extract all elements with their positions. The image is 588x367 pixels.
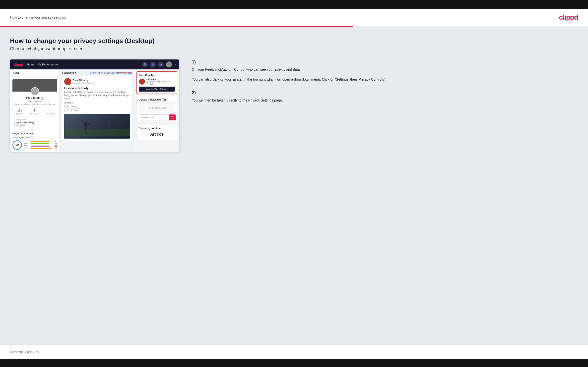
feed-tab[interactable]: Feed xyxy=(13,72,19,74)
profile-handicap: Plus Handicap xyxy=(12,100,57,103)
ott-bar-row: OTT 90 xyxy=(24,141,57,142)
putt-bar-row: PUTT 96 xyxy=(24,147,57,149)
avatar-chevron: ▾ xyxy=(175,63,176,66)
app-body: Feed Blair McHarg Plus Handicap Royal No… xyxy=(10,69,179,152)
trackman-input[interactable] xyxy=(139,114,168,120)
bottom-bar xyxy=(0,359,588,367)
instruction-2-number: 2) xyxy=(192,90,576,96)
nav-home[interactable]: Home xyxy=(27,63,34,66)
trackman-title: Upload a Trackman Test xyxy=(139,98,175,101)
nav-my-performance[interactable]: My Performance xyxy=(38,63,58,66)
svg-rect-0 xyxy=(64,129,130,136)
coach-avatar xyxy=(139,79,145,85)
latest-activity-label: Latest Activity xyxy=(14,119,55,121)
following-button[interactable]: Following ▾ xyxy=(62,71,76,74)
latest-activity-name: Lesson with Fordy xyxy=(14,121,55,124)
post-author-loc: Yesterday · Sunningdale xyxy=(73,82,94,84)
person-icon[interactable]: 👤 xyxy=(150,62,156,67)
post-image xyxy=(64,114,130,139)
tpq-score: 92 xyxy=(12,140,22,150)
feed-post: Blair McHarg Yesterday · Sunningdale Les… xyxy=(62,76,132,141)
tpq-info-icon: i xyxy=(31,136,33,139)
coaches-panel: Your Coaches David Ford 📍 Royal North De… xyxy=(136,71,177,94)
app-navbar: clippd Home My Performance 🔍 👤 ⊕ ▾ xyxy=(10,59,179,69)
app-mockup: clippd Home My Performance 🔍 👤 ⊕ ▾ xyxy=(10,59,179,152)
add-link-button[interactable]: Add Link xyxy=(169,114,176,120)
player-performance-section: Player Performance Total Player Quality … xyxy=(10,130,60,152)
main-content: How to change your privacy settings (Des… xyxy=(0,27,588,344)
profile-name: Blair McHarg xyxy=(12,97,57,100)
stat-activities: 131 Activities xyxy=(16,109,24,115)
profile-avatar xyxy=(31,87,39,96)
svg-point-6 xyxy=(107,119,110,123)
svg-point-1 xyxy=(84,122,87,125)
post-duration-label: Duration xyxy=(64,102,130,104)
player-performance-title: Player Performance xyxy=(12,132,57,135)
instruction-1-number: 1) xyxy=(192,59,576,65)
tpq-label: Total Player Quality i xyxy=(12,136,57,139)
followers-count: 3 xyxy=(30,109,39,112)
clippd-logo: clippd xyxy=(559,13,578,21)
instruction-2-text: You will then be taken directly to the P… xyxy=(192,98,576,103)
svg-line-8 xyxy=(109,122,113,124)
search-icon[interactable]: 🔍 xyxy=(142,62,148,67)
stat-following: 4 Following xyxy=(45,109,54,115)
followers-label: Followers xyxy=(30,113,39,115)
trackman-panel: Upload a Trackman Test Trackman Link Add… xyxy=(136,96,177,123)
following-count: 4 xyxy=(45,109,54,112)
profile-club: Royal North Devon Golf Club, United King… xyxy=(12,103,57,105)
connect-data-title: Connect your data xyxy=(139,127,175,130)
latest-activity-section: Latest Activity Lesson with Fordy 03 Aug… xyxy=(12,119,57,126)
breadcrumb: How to change your privacy settings xyxy=(10,15,66,19)
app-feed: Following ▾ Control who can see your act… xyxy=(60,69,134,152)
app-logo: clippd xyxy=(13,63,23,66)
tpq-bars: OTT 90 APP 85 xyxy=(24,141,57,150)
main-title: How to change your privacy settings (Des… xyxy=(10,37,578,45)
app-nav-icons: 🔍 👤 ⊕ ▾ xyxy=(142,61,176,67)
coaches-title: Your Coaches xyxy=(139,74,175,77)
red-arrow-container: ► xyxy=(118,71,132,74)
manage-coaches-button[interactable]: Manage Your Coaches xyxy=(139,87,175,92)
sidebar-profile: Blair McHarg Plus Handicap Royal North D… xyxy=(10,77,60,130)
main-subtitle: Choose what you want people to see xyxy=(10,46,578,52)
connect-data-panel: Connect your data Arccos xyxy=(136,125,177,140)
app-right-panel: Your Coaches David Ford 📍 Royal North De… xyxy=(134,69,179,152)
post-tags: OTT APP xyxy=(64,108,130,112)
coach-name: David Ford xyxy=(146,78,175,81)
post-author-avatar xyxy=(64,78,71,85)
post-author-name: Blair McHarg xyxy=(73,79,94,82)
top-bar xyxy=(0,0,588,9)
trackman-link-placeholder: Trackman Link xyxy=(139,103,175,113)
app-sidebar-tabs: Feed xyxy=(10,69,60,77)
app-sidebar: Feed Blair McHarg Plus Handicap Royal No… xyxy=(10,69,60,152)
arg-bar-row: ARG 86 xyxy=(24,145,57,147)
page-footer: Copyright Clippd 2022 xyxy=(0,344,588,359)
instruction-1-text: On your Feed, click/tap on 'Control who … xyxy=(192,67,576,72)
instruction-2: 2) You will then be taken directly to th… xyxy=(192,90,576,103)
page-header: How to change your privacy settings clip… xyxy=(0,9,588,26)
tpq-content: 92 OTT 90 APP xyxy=(12,140,57,150)
instructions-panel: 1) On your Feed, click/tap on 'Control w… xyxy=(189,59,578,111)
post-author: Blair McHarg Yesterday · Sunningdale xyxy=(64,78,130,85)
instruction-1-text-extra: You can also click on your avatar in the… xyxy=(192,77,576,82)
arccos-logo: Arccos xyxy=(139,131,175,138)
coach-item: David Ford 📍 Royal North Devon Golf Club xyxy=(139,78,175,85)
svg-rect-7 xyxy=(108,123,109,128)
golfer-svg xyxy=(64,114,130,139)
post-description: Looking to feel like my hands are exitin… xyxy=(64,91,130,100)
feed-header: Following ▾ Control who can see your act… xyxy=(62,71,132,74)
coach-club: 📍 Royal North Devon Golf Club xyxy=(146,81,175,85)
app-nav-links: Home My Performance xyxy=(27,63,138,66)
add-circle-icon[interactable]: ⊕ xyxy=(158,62,164,67)
post-title: Lesson with Fordy xyxy=(64,87,130,90)
red-arrowhead: ► xyxy=(130,71,132,74)
latest-activity-date: 03 Aug 2022 xyxy=(14,124,55,126)
ott-tag: OTT xyxy=(64,108,72,112)
app-bar-row: APP 85 xyxy=(24,143,57,145)
user-avatar[interactable] xyxy=(166,61,172,67)
activities-count: 131 xyxy=(16,109,24,112)
content-layout: clippd Home My Performance 🔍 👤 ⊕ ▾ xyxy=(10,59,578,152)
post-duration-value: 01 hr : 30 min xyxy=(64,105,130,107)
red-line xyxy=(118,73,130,73)
svg-line-3 xyxy=(86,123,90,126)
